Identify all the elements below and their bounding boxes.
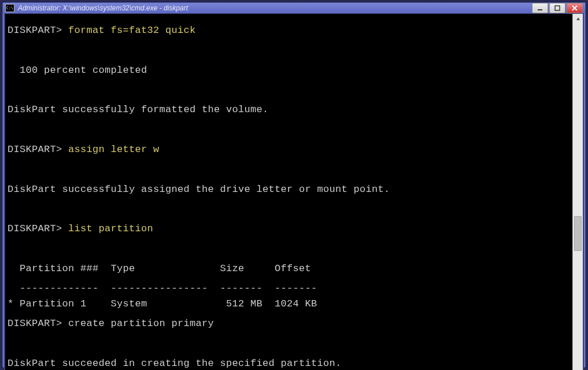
- partition-table-divider: ------------- ---------------- ------- -…: [8, 283, 317, 294]
- maximize-button[interactable]: [549, 3, 565, 13]
- diskpart-prompt: DISKPART>: [8, 318, 62, 329]
- window-title: Administrator: X:\windows\system32\cmd.e…: [18, 4, 532, 12]
- close-button[interactable]: [567, 3, 583, 13]
- partition-table-row: * Partition 1 System 512 MB 1024 KB: [8, 298, 317, 309]
- cmd-window: C:\ Administrator: X:\windows\system32\c…: [2, 2, 586, 368]
- svg-rect-0: [538, 9, 542, 10]
- window-controls: [532, 3, 583, 13]
- scroll-track[interactable]: [573, 24, 583, 370]
- command-input: create partition primary: [68, 318, 214, 329]
- scroll-thumb[interactable]: [574, 216, 582, 251]
- command-input: list partition: [68, 223, 153, 234]
- terminal-output[interactable]: DISKPART> format fs=fat32 quick 100 perc…: [5, 14, 572, 370]
- partition-table-header: Partition ### Type Size Offset: [8, 261, 571, 276]
- svg-rect-1: [555, 6, 560, 10]
- diskpart-prompt: DISKPART>: [8, 223, 62, 234]
- command-input: assign letter w: [68, 144, 160, 155]
- minimize-button[interactable]: [532, 3, 548, 13]
- diskpart-prompt: DISKPART>: [8, 144, 62, 155]
- output-text: DiskPart succeeded in creating the speci…: [8, 356, 571, 370]
- cmd-icon: C:\: [5, 4, 14, 12]
- output-text: DiskPart successfully assigned the drive…: [8, 182, 571, 197]
- scroll-up-arrow-icon[interactable]: [573, 14, 583, 24]
- command-input: format fs=fat32 quick: [68, 25, 196, 36]
- output-text: 100 percent completed: [8, 63, 571, 78]
- vertical-scrollbar[interactable]: [572, 14, 583, 370]
- diskpart-prompt: DISKPART>: [8, 25, 62, 36]
- output-text: DiskPart successfully formatted the volu…: [8, 102, 571, 117]
- titlebar[interactable]: C:\ Administrator: X:\windows\system32\c…: [3, 3, 585, 13]
- terminal-container: DISKPART> format fs=fat32 quick 100 perc…: [4, 13, 584, 370]
